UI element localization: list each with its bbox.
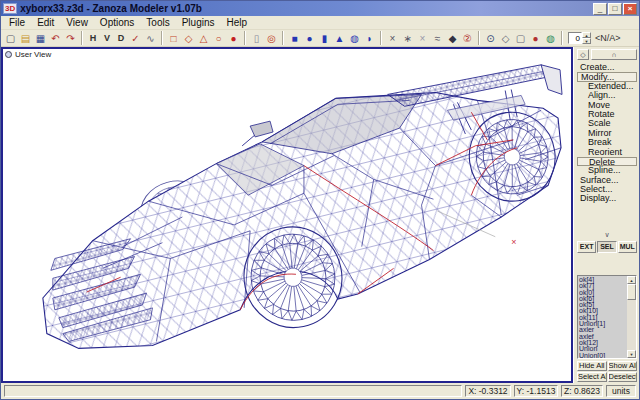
scroll-up-icon[interactable]: ▲ [627, 276, 636, 284]
maximize-button[interactable]: □ [608, 3, 622, 15]
level-spinner[interactable]: 0▲▼ [568, 32, 591, 44]
cut-tool-icon[interactable]: × [385, 31, 400, 46]
right-panel: ◇∩ Create...Modify...Extended...Align...… [573, 47, 639, 383]
panel-arc-button[interactable]: ∩ [591, 49, 637, 60]
zoom-icon[interactable]: ⊙ [483, 31, 498, 46]
toolbar-separator [380, 31, 382, 45]
mode-button-mul[interactable]: MUL [618, 241, 637, 253]
object-list: ok[4]ok[7]ok[0]ok[6]ok[5]ok[10]ok[11]Uni… [577, 275, 637, 359]
snap-toggle-icon[interactable]: ✓ [128, 31, 143, 46]
viewport-3d[interactable]: User View [1, 47, 573, 383]
uv-mapper-icon[interactable]: ② [460, 31, 475, 46]
undo-icon[interactable]: ↶ [48, 31, 63, 46]
menu-tools[interactable]: Tools [140, 16, 175, 29]
cross-tool-icon[interactable]: × [415, 31, 430, 46]
cylinder-primitive-icon[interactable]: ▮ [317, 31, 332, 46]
torus-primitive-icon[interactable]: ◍ [347, 31, 362, 46]
mode-buttons: EXTSELMUL [577, 241, 637, 253]
toolbar-separator [81, 31, 83, 45]
status-z-coordinate: Z: 0.8623 [561, 385, 603, 397]
save-file-icon[interactable]: ▦ [33, 31, 48, 46]
vertices-toggle-button[interactable]: V [100, 31, 114, 45]
toolbar: ▢▤▦↶↷HVD✓∿□◇△○●▯◎■●▮▲◍◗×∗×≈◆②⊙◇▢●◍0▲▼<N/… [1, 30, 639, 47]
sphere-primitive-icon[interactable]: ● [302, 31, 317, 46]
status-y-coordinate: Y: -1.1513 [514, 385, 558, 397]
cone-primitive-icon[interactable]: ▲ [332, 31, 347, 46]
menu-view[interactable]: View [60, 16, 94, 29]
menu-plugins[interactable]: Plugins [176, 16, 221, 29]
create-polygon-icon[interactable]: ○ [211, 31, 226, 46]
scroll-thumb[interactable] [627, 284, 636, 300]
spinner-arrows[interactable]: ▲▼ [582, 32, 591, 44]
menu-options[interactable]: Options [94, 16, 140, 29]
window-title: xyborx33.z3d - Zanoza Modeler v1.07b [20, 3, 592, 14]
panel-item-display[interactable]: Display... [577, 194, 637, 203]
deselect-button[interactable]: Deselect [608, 372, 638, 382]
teapot-primitive-icon[interactable]: ◗ [362, 31, 377, 46]
wireframe-car: × [3, 49, 571, 381]
panel-item-reorient[interactable]: Reorient [577, 148, 637, 157]
new-file-icon[interactable]: ▢ [3, 31, 18, 46]
status-x-coordinate: X: -0.3312 [465, 385, 511, 397]
status-bar: X: -0.3312 Y: -1.1513 Z: 0.8623 units [1, 383, 639, 399]
world-icon[interactable]: ◍ [543, 31, 558, 46]
redo-icon[interactable]: ↷ [63, 31, 78, 46]
frame-view-icon[interactable]: ▢ [513, 31, 528, 46]
menu-file[interactable]: File [3, 16, 31, 29]
hidden-toggle-button[interactable]: H [86, 31, 100, 45]
toolbar-separator [561, 31, 563, 45]
status-units: units [606, 385, 636, 397]
mode-button-sel[interactable]: SEL [597, 241, 616, 253]
material-label: <N/A> [595, 33, 621, 43]
spinner-down-icon[interactable]: ▼ [582, 38, 591, 44]
menu-help[interactable]: Help [221, 16, 254, 29]
create-sphere-icon[interactable]: ● [226, 31, 241, 46]
status-message-field [4, 385, 462, 397]
title-bar[interactable]: 3D xyborx33.z3d - Zanoza Modeler v1.07b … [1, 1, 639, 16]
menu-edit[interactable]: Edit [31, 16, 60, 29]
axis-toggle-button[interactable]: ◇ [577, 49, 589, 60]
viewport-header: User View [3, 49, 51, 59]
lasso-select-icon[interactable]: ∿ [143, 31, 158, 46]
panel-item-create[interactable]: Create... [577, 63, 637, 72]
pivot-marker: × [511, 237, 516, 247]
toolbar-separator [161, 31, 163, 45]
object-item[interactable]: Union[0] [579, 353, 627, 358]
toolbar-separator [478, 31, 480, 45]
app-icon: 3D [3, 3, 17, 14]
weld-icon[interactable]: ◎ [264, 31, 279, 46]
orbit-view-icon[interactable]: ◇ [498, 31, 513, 46]
app-window: 3D xyborx33.z3d - Zanoza Modeler v1.07b … [0, 0, 640, 400]
command-menu: Create...Modify...Extended...Align...Mov… [577, 63, 637, 204]
detach-icon[interactable]: ▯ [249, 31, 264, 46]
close-button[interactable]: × [623, 3, 637, 15]
show-all-button[interactable]: Show All [608, 361, 638, 371]
star-tool-icon[interactable]: ∗ [400, 31, 415, 46]
object-list-scrollbar[interactable]: ▲ ▼ [627, 276, 636, 358]
minimize-button[interactable]: _ [593, 3, 607, 15]
create-face-icon[interactable]: △ [196, 31, 211, 46]
spinner-value: 0 [568, 32, 582, 44]
scroll-down-icon[interactable]: ▼ [627, 350, 636, 358]
mode-button-ext[interactable]: EXT [577, 241, 596, 253]
wave-tool-icon[interactable]: ≈ [430, 31, 445, 46]
toolbar-separator [244, 31, 246, 45]
select-all-button[interactable]: Select All [577, 372, 607, 382]
collapse-panel-button[interactable]: ∨ [577, 231, 637, 240]
open-file-icon[interactable]: ▤ [18, 31, 33, 46]
display-toggle-button[interactable]: D [114, 31, 128, 45]
box-primitive-icon[interactable]: ■ [287, 31, 302, 46]
render-icon[interactable]: ● [528, 31, 543, 46]
menu-bar: FileEditViewOptionsToolsPluginsHelp [1, 16, 639, 30]
hide-all-button[interactable]: Hide All [577, 361, 607, 371]
view-icon [5, 51, 12, 58]
create-vertex-icon[interactable]: □ [166, 31, 181, 46]
viewport-title: User View [15, 50, 51, 59]
prism-tool-icon[interactable]: ◆ [445, 31, 460, 46]
create-edge-icon[interactable]: ◇ [181, 31, 196, 46]
toolbar-separator [282, 31, 284, 45]
